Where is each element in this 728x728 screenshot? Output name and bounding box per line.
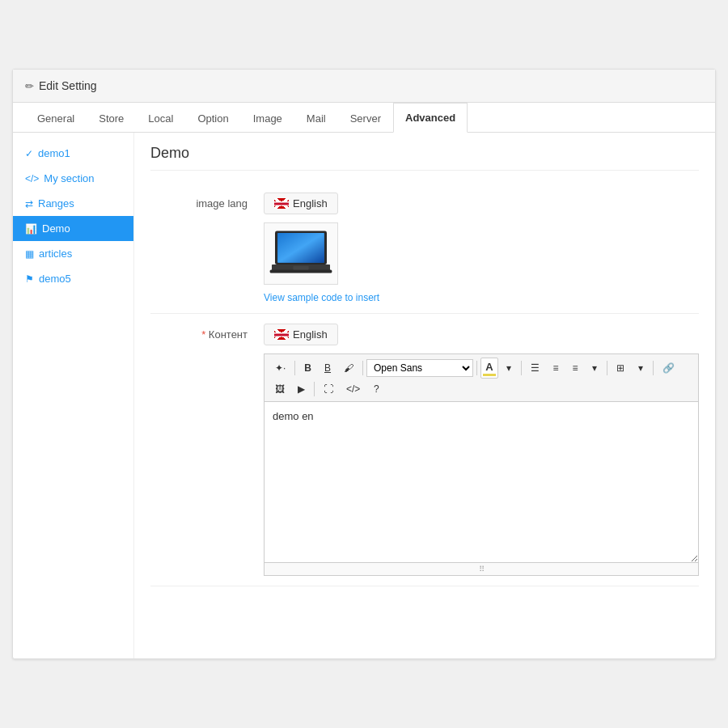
section-title: Demo (150, 145, 699, 171)
content-area: ✓ demo1 </> My section ⇄ Ranges 📊 Demo ▦… (13, 133, 715, 658)
content-lang-tab-label: English (293, 328, 328, 341)
image-lang-tab-label: English (293, 197, 328, 210)
content-row: * Контент English ✦· B B (150, 314, 699, 586)
tabs-bar: General Store Local Option Image Mail Se… (13, 103, 715, 133)
toolbar-sep-4 (521, 361, 522, 375)
tab-general[interactable]: General (25, 104, 87, 133)
sidebar-item-articles[interactable]: ▦ articles (13, 241, 133, 266)
image-preview-container: View sample code to insert (264, 222, 699, 303)
required-star: * (201, 328, 205, 341)
view-sample-link[interactable]: View sample code to insert (264, 292, 699, 303)
magic-toolbar-btn[interactable]: ✦· (269, 359, 291, 377)
sidebar-item-demo5[interactable]: ⚑ demo5 (13, 266, 133, 291)
video-btn[interactable]: ▶ (292, 380, 311, 398)
toolbar-sep-2 (362, 361, 363, 375)
svg-rect-5 (293, 266, 308, 270)
ordered-list-btn[interactable]: ≡ (547, 359, 565, 377)
tab-option[interactable]: Option (185, 104, 240, 133)
sidebar: ✓ demo1 </> My section ⇄ Ranges 📊 Demo ▦… (13, 133, 134, 658)
page-title: Edit Setting (39, 79, 97, 92)
image-lang-row: image lang English (150, 183, 699, 314)
help-btn[interactable]: ? (367, 380, 385, 398)
sidebar-item-label: Demo (42, 222, 70, 235)
editor-content[interactable]: demo en (264, 401, 699, 563)
code-icon: </> (25, 173, 39, 184)
tab-store[interactable]: Store (87, 104, 136, 133)
check-icon: ✓ (25, 148, 33, 159)
sidebar-item-label: My section (44, 172, 94, 184)
sidebar-item-label: demo5 (39, 273, 71, 285)
flag-icon (274, 198, 289, 209)
tab-advanced[interactable]: Advanced (393, 103, 468, 133)
sidebar-item-demo[interactable]: 📊 Demo (13, 216, 133, 241)
toolbar-sep-5 (607, 361, 607, 375)
content-label: * Контент (150, 324, 264, 341)
editor-resize-handle[interactable]: ⠿ (264, 563, 699, 576)
articles-icon: ▦ (25, 248, 34, 260)
main-content: Demo image lang English (134, 133, 715, 658)
toolbar-sep-7 (314, 382, 315, 396)
page-header: ✏ Edit Setting (13, 70, 715, 103)
paint-toolbar-btn[interactable]: 🖌 (338, 359, 359, 377)
toolbar-sep-1 (294, 361, 295, 375)
tab-mail[interactable]: Mail (294, 104, 338, 133)
svg-rect-4 (270, 270, 332, 273)
link-btn[interactable]: 🔗 (657, 359, 680, 377)
bookmark-icon: ⚑ (25, 273, 34, 285)
image-lang-label: image lang (150, 193, 264, 210)
bold-toolbar-btn[interactable]: B (298, 359, 317, 377)
html-btn[interactable]: </> (341, 380, 366, 398)
image-preview (264, 222, 338, 285)
image-lang-control: English (264, 193, 699, 303)
tab-local[interactable]: Local (136, 104, 185, 133)
laptop-image (269, 227, 333, 280)
ranges-icon: ⇄ (25, 198, 33, 210)
color-arrow-btn[interactable]: ▾ (500, 359, 518, 377)
tab-server[interactable]: Server (338, 104, 393, 133)
sidebar-item-my-section[interactable]: </> My section (13, 166, 133, 191)
editor-toolbar: ✦· B B 🖌 Open Sans Arial Times New Roman (264, 353, 699, 401)
rich-text-editor: ✦· B B 🖌 Open Sans Arial Times New Roman (264, 353, 699, 576)
content-label-text: Контент (209, 328, 248, 341)
sidebar-item-demo1[interactable]: ✓ demo1 (13, 141, 133, 166)
sidebar-item-label: articles (39, 248, 72, 260)
color-toolbar-btn[interactable]: A (480, 358, 498, 379)
align-arrow-btn[interactable]: ▾ (586, 359, 603, 377)
tab-image[interactable]: Image (241, 104, 294, 133)
toolbar-sep-6 (653, 361, 654, 375)
sidebar-item-ranges[interactable]: ⇄ Ranges (13, 191, 133, 216)
image-lang-tab[interactable]: English (264, 193, 338, 214)
editor-text: demo en (273, 410, 314, 422)
content-lang-tab[interactable]: English (264, 324, 338, 345)
fullscreen-btn[interactable]: ⛶ (318, 380, 339, 398)
font-select[interactable]: Open Sans Arial Times New Roman (366, 359, 473, 377)
table-btn[interactable]: ⊞ (611, 359, 630, 377)
content-control: English ✦· B B 🖌 Open Sans (264, 324, 699, 576)
sidebar-item-label: Ranges (38, 197, 74, 210)
toolbar-sep-3 (476, 361, 477, 375)
edit-icon: ✏ (25, 80, 34, 92)
underline-toolbar-btn[interactable]: B (319, 359, 336, 377)
svg-rect-2 (277, 233, 324, 263)
table-arrow-btn[interactable]: ▾ (632, 359, 650, 377)
flag-icon (274, 329, 289, 340)
image-btn[interactable]: 🖼 (269, 380, 290, 398)
align-btn[interactable]: ≡ (566, 359, 584, 377)
sidebar-item-label: demo1 (38, 147, 70, 159)
unordered-list-btn[interactable]: ☰ (525, 359, 545, 377)
chart-icon: 📊 (25, 223, 37, 235)
